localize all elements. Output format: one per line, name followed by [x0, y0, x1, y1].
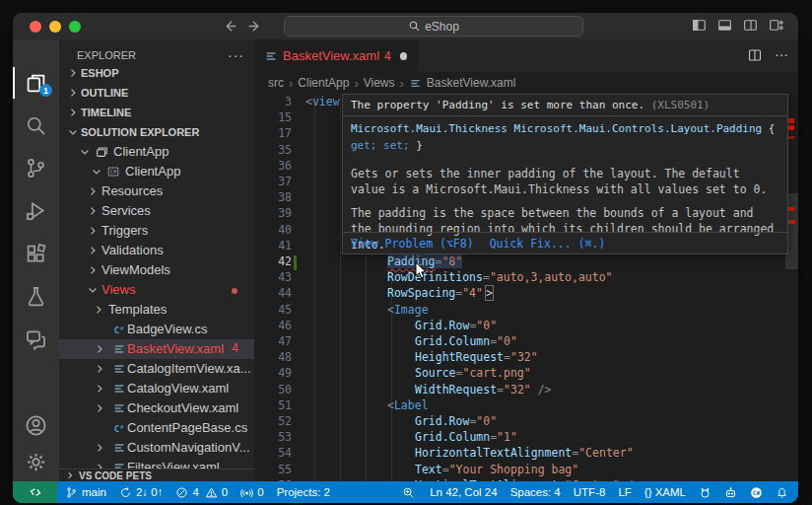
tree-item-clientapp[interactable]: C#ClientApp — [59, 162, 254, 181]
vscode-pets-section[interactable]: VS CODE PETS — [59, 469, 254, 481]
code-line-49[interactable]: 49Source="cart.png" — [254, 366, 798, 382]
customize-layout-icon[interactable] — [768, 17, 784, 34]
minimize-window-button[interactable] — [49, 21, 61, 33]
layout-controls — [691, 17, 784, 34]
tree-item-clientapp[interactable]: ClientApp — [59, 142, 254, 162]
tree-item-triggers[interactable]: Triggers — [59, 221, 254, 241]
sync-status[interactable]: 2↓ 0↑ — [119, 486, 164, 499]
code-line-44[interactable]: 44RowSpacing="4"> — [254, 286, 798, 302]
status-item-label: 0 — [257, 486, 263, 498]
forward-icon[interactable] — [246, 18, 263, 35]
more-actions-icon[interactable]: ··· — [775, 47, 788, 63]
tree-item-badgeview-cs[interactable]: C#BadgeView.cs — [59, 320, 254, 339]
tree-item-basketview-xaml[interactable]: BasketView.xaml4 — [59, 339, 254, 359]
tree-item-catalogview-xaml[interactable]: CatalogView.xaml — [59, 379, 254, 398]
activity-explorer[interactable]: 1 — [13, 63, 59, 103]
tree-item-validations[interactable]: Validations — [59, 241, 254, 260]
breadcrumb-separator: › — [289, 76, 293, 91]
line-number: 42 — [254, 254, 292, 268]
cursor-position[interactable]: Ln 42, Col 24 — [430, 486, 497, 498]
modified-dot-icon[interactable] — [400, 52, 407, 60]
close-window-button[interactable] — [30, 21, 41, 33]
activity-settings[interactable] — [13, 442, 59, 481]
tree-item-label: ESHOP — [81, 67, 119, 79]
csharp-extension[interactable]: C# — [750, 486, 763, 499]
tree-item-templates[interactable]: Templates — [59, 300, 254, 320]
code-line-47[interactable]: 47Grid.Column="0" — [254, 334, 798, 350]
view-problem-link[interactable]: View Problem (⌥F8) — [351, 237, 474, 251]
code-editor[interactable]: 3<view15173536373839404142Padding="8"43R… — [254, 94, 798, 481]
tree-item-viewmodels[interactable]: ViewModels — [59, 260, 254, 280]
line-number: 48 — [254, 350, 292, 364]
code-line-54[interactable]: 54HorizontalTextAlignment="Center" — [254, 446, 798, 462]
warning-icon — [205, 486, 218, 499]
toggle-sidebar-icon[interactable] — [691, 17, 708, 34]
tree-item-views[interactable]: Views — [59, 280, 254, 300]
quick-fix-link[interactable]: Quick Fix... (⌘.) — [490, 237, 606, 251]
zoom-indicator[interactable] — [402, 486, 415, 499]
tree-item-contentpagebase-cs[interactable]: C#ContentPageBase.cs — [59, 418, 254, 438]
section-eshop[interactable]: ESHOP — [59, 63, 254, 83]
toggle-secondary-sidebar-icon[interactable] — [742, 17, 759, 34]
split-editor-icon[interactable] — [747, 47, 763, 63]
code-line-53[interactable]: 53Grid.Column="1" — [254, 430, 798, 446]
breadcrumb-item[interactable]: ClientApp — [298, 76, 349, 90]
toggle-panel-icon[interactable] — [716, 17, 733, 34]
code-line-46[interactable]: 46Grid.Row="0" — [254, 319, 798, 334]
tree-item-customnavigationv-[interactable]: CustomNavigationV... — [59, 438, 254, 458]
tree-item-label: ClientApp — [125, 164, 180, 179]
maximize-window-button[interactable] — [69, 21, 81, 33]
code-line-43[interactable]: 43RowDefinitions="auto,3,auto,auto" — [254, 270, 798, 286]
code-line-52[interactable]: 52Grid.Row="0" — [254, 414, 798, 430]
ports-status[interactable]: 0 — [240, 486, 263, 499]
code-line-48[interactable]: 48HeightRequest="32" — [254, 350, 798, 366]
eol[interactable]: LF — [618, 486, 631, 498]
activity-test[interactable] — [13, 277, 59, 317]
activity-bar: 1 — [13, 39, 59, 481]
notifications[interactable] — [776, 486, 788, 499]
error-count[interactable]: 4 — [175, 486, 198, 499]
chevron-right-icon — [93, 304, 104, 316]
activity-chat[interactable] — [13, 320, 59, 359]
code-line-45[interactable]: 45<Image — [254, 303, 798, 319]
tree-item-catalogitemview-xa-[interactable]: CatalogItemView.xa... — [59, 359, 254, 379]
tree-item-services[interactable]: Services — [59, 201, 254, 221]
breadcrumb-item[interactable]: BasketView.xaml — [427, 76, 516, 90]
xaml-file-icon — [112, 362, 126, 376]
branch-status[interactable]: main — [65, 486, 106, 499]
search-text: eShop — [425, 20, 459, 34]
vscode-pets[interactable] — [699, 486, 711, 499]
sidebar-header: EXPLORER ··· — [59, 39, 254, 63]
indentation[interactable]: Spaces: 4 — [510, 486, 561, 498]
code-line-42[interactable]: 42Padding="8" — [254, 254, 798, 270]
activity-run-debug[interactable] — [13, 191, 59, 231]
tree-item-checkoutview-xaml[interactable]: CheckoutView.xaml — [59, 398, 254, 418]
section-outline[interactable]: OUTLINE — [59, 83, 254, 103]
warning-count[interactable]: 0 — [205, 486, 228, 499]
encoding[interactable]: UTF-8 — [574, 486, 606, 498]
code-line-55[interactable]: 55Text="Your Shopping bag" — [254, 463, 798, 478]
tree-item-label: ContentPageBase.cs — [127, 420, 247, 435]
command-center-search[interactable]: eShop — [284, 16, 583, 36]
activity-search[interactable] — [13, 106, 59, 145]
breadcrumb-item[interactable]: Views — [364, 76, 395, 90]
line-content: Grid.Row="0" — [415, 414, 497, 428]
back-icon[interactable] — [222, 18, 238, 35]
robot-extension[interactable] — [724, 486, 737, 499]
code-line-51[interactable]: 51<Label — [254, 398, 798, 414]
activity-source-control[interactable] — [13, 149, 59, 188]
section-solution-explorer[interactable]: SOLUTION EXPLORER — [59, 122, 254, 142]
activity-extensions[interactable] — [13, 234, 59, 273]
remote-indicator[interactable] — [13, 481, 57, 503]
svg-text:#: # — [120, 325, 124, 331]
xaml-file-icon — [112, 382, 126, 396]
code-line-50[interactable]: 50WidthRequest="32" /> — [254, 383, 798, 398]
breadcrumb-item[interactable]: src — [268, 76, 284, 90]
tab-basketview[interactable]: BasketView.xaml 4 — [254, 39, 418, 72]
activity-account[interactable] — [13, 405, 59, 445]
language-mode[interactable]: {} XAML — [644, 486, 686, 498]
tree-item-resources[interactable]: Resources — [59, 181, 254, 201]
views-and-more-actions-icon[interactable]: ··· — [228, 51, 244, 59]
section-timeline[interactable]: TIMELINE — [59, 103, 254, 122]
projects-status[interactable]: Projects: 2 — [277, 486, 330, 498]
